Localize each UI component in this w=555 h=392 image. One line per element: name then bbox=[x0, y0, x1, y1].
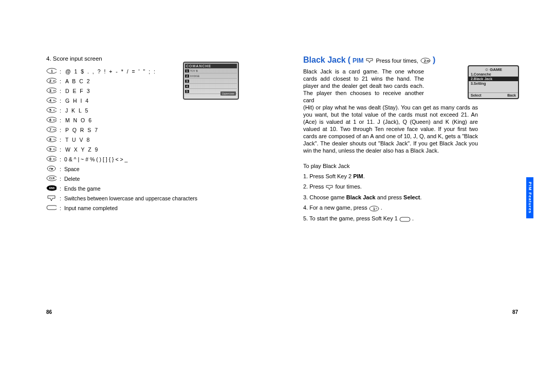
svg-text:NEXT: NEXT bbox=[53, 158, 57, 160]
key-mapping-text: :T U V 8 bbox=[60, 136, 90, 143]
instruction-step: 4. For a new game, press 1@ . bbox=[303, 204, 524, 212]
key-end-icon: END bbox=[46, 185, 57, 191]
key-mapping-text: :P Q R S 7 bbox=[60, 126, 99, 134]
key-mapping-text: :J K L 5 bbox=[60, 107, 89, 114]
key-8-icon: 8TUV bbox=[46, 136, 57, 142]
key-mapping-text: :Ends the game bbox=[60, 185, 101, 192]
svg-text:END: END bbox=[49, 186, 55, 190]
svg-text:1: 1 bbox=[373, 207, 375, 211]
svg-text:4: 4 bbox=[49, 99, 51, 102]
svg-text:7: 7 bbox=[49, 128, 51, 132]
key-special-icon: # ▶ bbox=[46, 165, 57, 172]
key-mapping-text: :A B C 2 bbox=[60, 78, 91, 85]
instructions-header: To play Black Jack bbox=[303, 162, 524, 170]
key-mapping-text: :Switches between lowercase and uppercas… bbox=[60, 195, 197, 202]
key-4-icon: 4GHI bbox=[46, 97, 57, 103]
svg-text:ABC: ABC bbox=[427, 60, 430, 62]
svg-text:WXYZ: WXYZ bbox=[53, 148, 57, 151]
svg-text:CLR: CLR bbox=[49, 177, 55, 180]
svg-text:1: 1 bbox=[51, 69, 53, 73]
svg-text:2: 2 bbox=[424, 59, 426, 63]
svg-text:3: 3 bbox=[49, 89, 51, 92]
key-mapping-text: :Delete bbox=[60, 175, 80, 182]
key-1-icon: 1 bbox=[46, 68, 57, 74]
key-mapping-text: :Input name completed bbox=[60, 204, 118, 212]
svg-text:@: @ bbox=[376, 208, 377, 210]
svg-text:# ▶: # ▶ bbox=[49, 167, 54, 170]
svg-text:2: 2 bbox=[49, 79, 51, 83]
instruction-step: 1. Press Soft Key 2 PIM. bbox=[303, 173, 524, 180]
svg-text:ABC: ABC bbox=[53, 80, 57, 82]
key-6-icon: 6MNO bbox=[46, 117, 57, 123]
nav-down-icon bbox=[365, 55, 374, 65]
key-row: :Switches between lowercase and uppercas… bbox=[46, 195, 247, 202]
instruction-step: 3. Choose game Black Jack and press Sele… bbox=[303, 194, 524, 201]
comanche-screenshot: COMANCHE 1TOY B 2DODGE 3 4 5 Uppercase bbox=[183, 62, 239, 100]
svg-text:PQRS: PQRS bbox=[53, 129, 57, 131]
key-row: # ▶:Space bbox=[46, 165, 247, 173]
key-mapping-text: :0 & ^ | ~ # % ( ) [ ] { } < > _ bbox=[60, 156, 127, 163]
key-5-icon: 5JKL bbox=[46, 107, 57, 113]
instructions: To play Black Jack 1. Press Soft Key 2 P… bbox=[303, 162, 524, 222]
screenshot-title: COMANCHE bbox=[185, 64, 237, 68]
key-mapping-text: :W X Y Z 9 bbox=[60, 146, 99, 153]
key-ok-icon bbox=[46, 204, 57, 211]
svg-rect-42 bbox=[400, 217, 410, 221]
key-0-icon: 0NEXT bbox=[46, 156, 57, 162]
key-row: END:Ends the game bbox=[46, 185, 247, 192]
svg-rect-35 bbox=[47, 206, 57, 210]
svg-text:6: 6 bbox=[49, 118, 51, 122]
key-1-icon: 1@ bbox=[369, 204, 379, 212]
document-spread: 4. Score input screen COMANCHE 1TOY B 2D… bbox=[0, 0, 555, 392]
page-number-right: 87 bbox=[512, 309, 518, 315]
left-page: 4. Score input screen COMANCHE 1TOY B 2D… bbox=[0, 0, 278, 392]
svg-text:GHI: GHI bbox=[53, 100, 56, 102]
svg-text:0: 0 bbox=[49, 157, 51, 161]
score-input-heading: 4. Score input screen bbox=[46, 55, 247, 62]
key-row: 7PQRS:P Q R S 7 bbox=[46, 126, 247, 134]
svg-text:MNO: MNO bbox=[53, 119, 57, 121]
softkey-icon bbox=[399, 215, 411, 222]
svg-text:JKL: JKL bbox=[53, 109, 56, 111]
key-9-icon: 9WXYZ bbox=[46, 146, 57, 152]
key-row: 8TUV:T U V 8 bbox=[46, 136, 247, 143]
black-jack-heading: Black Jack ( PIM Press four times, 2ABC … bbox=[303, 55, 524, 65]
key-mapping-text: :@ 1 $ . , ? ! + - * / = ' " ; : bbox=[60, 68, 156, 75]
key-7-icon: 7PQRS bbox=[46, 126, 57, 133]
key-row: 9WXYZ:W X Y Z 9 bbox=[46, 146, 247, 153]
black-jack-intro: Black Jack is a card game. The one whose… bbox=[303, 68, 424, 104]
svg-text:9: 9 bbox=[49, 147, 51, 151]
key-row: CLR:Delete bbox=[46, 175, 247, 182]
svg-text:TUV: TUV bbox=[53, 139, 56, 141]
nav-down-icon bbox=[325, 183, 334, 191]
instruction-step: 5. To start the game, press Soft Key 1 . bbox=[303, 215, 524, 222]
key-row: 6MNO:M N O 6 bbox=[46, 117, 247, 124]
key-mapping-text: :G H I 4 bbox=[60, 97, 89, 104]
svg-text:5: 5 bbox=[49, 108, 51, 112]
uppercase-badge: Uppercase bbox=[220, 91, 236, 96]
svg-text:DEF: DEF bbox=[53, 90, 56, 92]
key-mapping-text: :M N O 6 bbox=[60, 117, 92, 124]
key-row: 5JKL:J K L 5 bbox=[46, 107, 247, 114]
key-nav-icon bbox=[46, 195, 57, 201]
key-3-icon: 3DEF bbox=[46, 87, 57, 94]
key-mapping-text: :Space bbox=[60, 165, 80, 173]
section-tab: PIM Features bbox=[526, 177, 533, 218]
black-jack-body: (Hit) or play what he was dealt (Stay). … bbox=[303, 104, 478, 154]
key-clr-icon: CLR bbox=[46, 175, 57, 181]
key-row: :Input name completed bbox=[46, 204, 247, 212]
key-2-icon: 2ABC bbox=[420, 55, 431, 65]
page-number-left: 86 bbox=[46, 309, 52, 315]
right-page: Black Jack ( PIM Press four times, 2ABC … bbox=[278, 0, 555, 392]
key-2-icon: 2ABC bbox=[46, 78, 57, 84]
svg-text:8: 8 bbox=[49, 138, 51, 141]
key-mapping-text: :D E F 3 bbox=[60, 87, 91, 95]
instruction-step: 2. Press four times. bbox=[303, 183, 524, 191]
key-row: 0NEXT:0 & ^ | ~ # % ( ) [ ] { } < > _ bbox=[46, 156, 247, 163]
